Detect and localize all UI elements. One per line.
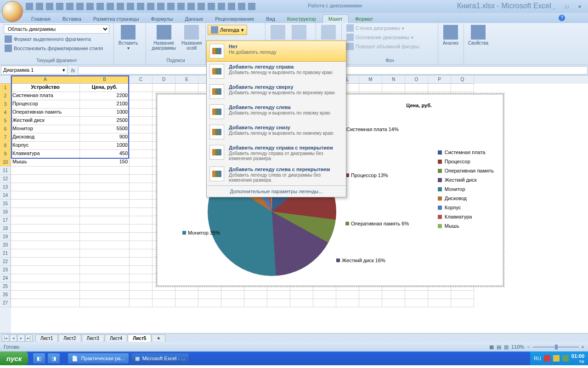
cell[interactable] xyxy=(244,291,267,299)
row-header[interactable]: 21 xyxy=(0,249,11,258)
legend-item[interactable]: Процессор xyxy=(438,159,494,164)
col-header[interactable]: A xyxy=(11,75,80,84)
row-header[interactable]: 14 xyxy=(0,191,11,200)
sheet-nav-next[interactable]: ▸ xyxy=(17,334,25,342)
legend-item[interactable]: Монитор xyxy=(438,186,494,192)
chart-element-selector[interactable]: Область диаграммы xyxy=(4,24,109,34)
cell[interactable] xyxy=(11,224,80,233)
cell[interactable] xyxy=(130,274,153,282)
sheet-nav-last[interactable]: ▸| xyxy=(25,334,33,342)
cell[interactable] xyxy=(130,117,153,125)
office-button[interactable] xyxy=(2,1,23,22)
cell[interactable] xyxy=(130,208,153,216)
cell[interactable] xyxy=(336,291,359,299)
cell[interactable] xyxy=(11,249,80,258)
cell[interactable] xyxy=(130,142,153,150)
cell[interactable] xyxy=(175,84,198,92)
cell[interactable] xyxy=(175,291,198,299)
cell[interactable] xyxy=(451,84,474,92)
select-all-corner[interactable] xyxy=(0,75,11,84)
legend-item[interactable]: Оперативная память xyxy=(438,168,494,173)
cell[interactable] xyxy=(313,299,336,307)
cell[interactable] xyxy=(11,200,80,208)
cell[interactable]: 2500 xyxy=(80,117,130,125)
row-header[interactable]: 1 xyxy=(0,84,11,92)
legend-option[interactable]: Добавить легенду справаДобавить легенду … xyxy=(207,61,346,81)
cell[interactable]: Корпус xyxy=(11,142,80,150)
cell[interactable] xyxy=(130,175,153,183)
quick-launch-item[interactable]: ◨ xyxy=(47,353,60,364)
cell[interactable] xyxy=(130,183,153,191)
cell[interactable] xyxy=(382,299,405,307)
minimize-button[interactable]: _ xyxy=(549,4,559,9)
cell[interactable] xyxy=(11,167,80,175)
cell[interactable] xyxy=(130,158,153,167)
cell[interactable] xyxy=(451,299,474,307)
sheet-tab[interactable]: Лист1 xyxy=(35,334,58,342)
cell[interactable] xyxy=(80,200,130,208)
ribbon-tab-Данные[interactable]: Данные xyxy=(179,15,209,23)
legend-more-options[interactable]: Дополнительные параметры легенды... xyxy=(207,185,346,197)
qat-icon[interactable] xyxy=(66,3,74,10)
cell[interactable] xyxy=(80,208,130,216)
cell[interactable] xyxy=(428,291,451,299)
col-header[interactable]: C xyxy=(130,75,153,84)
legend-option[interactable]: Добавить легенду слеваДобавить легенду и… xyxy=(207,102,346,122)
cell[interactable] xyxy=(405,84,428,92)
row-header[interactable]: 16 xyxy=(0,208,11,216)
cell[interactable]: Жесткий диск xyxy=(11,117,80,125)
row-header[interactable]: 3 xyxy=(0,100,11,109)
row-header[interactable]: 13 xyxy=(0,183,11,191)
row-header[interactable]: 8 xyxy=(0,142,11,150)
qat-icon[interactable] xyxy=(107,3,114,10)
cell[interactable]: 450 xyxy=(80,150,130,158)
row-header[interactable]: 6 xyxy=(0,125,11,133)
quick-launch-item[interactable]: ◧ xyxy=(33,353,45,364)
cell[interactable] xyxy=(130,109,153,117)
cell[interactable] xyxy=(359,291,382,299)
cell[interactable] xyxy=(130,224,153,233)
row-header[interactable]: 19 xyxy=(0,233,11,241)
qat-icon[interactable] xyxy=(177,3,185,10)
zoom-out-button[interactable]: − xyxy=(527,344,530,350)
row-header[interactable]: 12 xyxy=(0,175,11,183)
name-box[interactable]: Диаграмма 1▾ xyxy=(1,66,68,75)
cell[interactable] xyxy=(153,291,175,299)
cell[interactable] xyxy=(11,175,80,183)
cell[interactable] xyxy=(80,233,130,241)
start-button[interactable]: пуск xyxy=(0,351,28,365)
cell[interactable] xyxy=(405,291,428,299)
lang-indicator[interactable]: RU xyxy=(534,356,541,361)
cell[interactable]: Мышь xyxy=(11,158,80,167)
fx-icon[interactable]: fx xyxy=(68,68,78,73)
cell[interactable]: 2200 xyxy=(80,92,130,100)
cell[interactable]: Устройство xyxy=(11,84,80,92)
qat-icon[interactable] xyxy=(127,3,134,10)
cell[interactable] xyxy=(336,299,359,307)
legend-item[interactable]: Жесткий диск xyxy=(438,177,494,183)
row-header[interactable]: 4 xyxy=(0,109,11,117)
tray-icon[interactable] xyxy=(544,355,550,362)
qat-icon[interactable] xyxy=(248,3,255,10)
cell[interactable]: 900 xyxy=(80,133,130,142)
cell[interactable] xyxy=(80,167,130,175)
cell[interactable] xyxy=(11,258,80,266)
clock[interactable]: 01:00Ср xyxy=(571,353,584,364)
qat-icon[interactable] xyxy=(238,3,245,10)
qat-icon[interactable] xyxy=(117,3,124,10)
taskbar-item[interactable]: 📄Практическая ра... xyxy=(68,353,129,364)
ribbon-tab-Макет[interactable]: Макет xyxy=(322,14,349,23)
legend-option[interactable]: Добавить легенду снизуДобавить легенду и… xyxy=(207,122,346,142)
legend-option[interactable]: НетНе добавлять легенду xyxy=(206,40,346,62)
qat-icon[interactable] xyxy=(228,3,235,10)
qat-icon[interactable] xyxy=(86,3,94,10)
properties-button[interactable]: Свойства xyxy=(467,24,490,46)
cell[interactable] xyxy=(11,274,80,282)
sheet-tab[interactable]: Лист5 xyxy=(128,334,151,342)
col-header[interactable]: Q xyxy=(451,75,474,84)
sheet-nav-prev[interactable]: ◂ xyxy=(10,334,17,342)
row-header[interactable]: 10 xyxy=(0,158,11,167)
cell[interactable] xyxy=(80,291,130,299)
qat-icon[interactable] xyxy=(147,3,154,10)
qat-icon[interactable] xyxy=(208,3,215,10)
